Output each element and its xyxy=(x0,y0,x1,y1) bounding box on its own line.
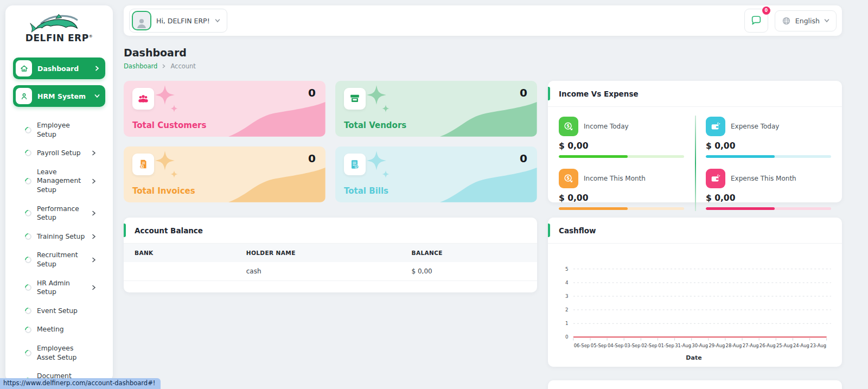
svg-text:$: $ xyxy=(566,123,570,129)
total-invoices-card: $ 0 Total Invoices xyxy=(124,146,326,202)
cashflow-panel: Cashflow 01234506-Sep05-Sep04-Sep03-Sep0… xyxy=(548,218,842,367)
bullet-icon xyxy=(24,209,33,218)
sidebar-item-dashboard[interactable]: Dashboard xyxy=(13,58,105,79)
sidebar-subnav: Employee Setup Payroll Setup Leave Manag… xyxy=(13,113,105,382)
cashflow-chart: 01234506-Sep05-Sep04-Sep03-Sep02-Sep01-S… xyxy=(553,249,834,353)
sparkle-icon xyxy=(382,170,390,178)
chevron-right-icon xyxy=(91,150,97,156)
sidebar-item-employee-setup[interactable]: Employee Setup xyxy=(13,116,105,144)
vendors-icon xyxy=(344,88,366,110)
progress-bar xyxy=(706,155,831,158)
chart-x-axis-label: Date xyxy=(553,354,834,361)
metric-amount: $ 0,00 xyxy=(706,193,831,203)
expense-wallet-icon xyxy=(706,169,725,188)
dashboard-content: 0 Total Customers 0 Total Vendors xyxy=(124,81,842,389)
metric-label: Income This Month xyxy=(584,175,646,182)
svg-text:27-Aug: 27-Aug xyxy=(743,343,759,348)
column-header-balance: BALANCE xyxy=(401,244,537,262)
expense-wallet-icon xyxy=(706,117,725,136)
language-select[interactable]: English xyxy=(775,10,837,31)
topbar-actions: 0 English xyxy=(744,9,837,33)
dolphin-logo-icon xyxy=(29,13,89,35)
stat-label: Total Invoices xyxy=(132,186,195,196)
trademark-mark: ® xyxy=(89,34,93,39)
sidebar-item-performance-setup[interactable]: Performance Setup xyxy=(13,200,105,227)
chevron-right-icon xyxy=(91,211,97,216)
sidebar-item-hrm-system[interactable]: HRM System xyxy=(13,85,105,107)
sidebar-item-recruitment-setup[interactable]: Recruitment Setup xyxy=(13,246,105,273)
bullet-icon xyxy=(24,283,33,292)
language-label: English xyxy=(795,17,820,25)
panel-title: Account Balance xyxy=(135,226,203,235)
panel-header: Income Vs Expense xyxy=(548,81,842,107)
sidebar-item-leave-management-setup[interactable]: Leave Management Setup xyxy=(13,163,105,200)
income-expense-metrics: $ Income Today $ 0,00 Expense Today $ 0,… xyxy=(548,107,842,220)
bullet-icon xyxy=(24,325,33,334)
metric-label: Expense Today xyxy=(731,123,779,130)
stat-value: 0 xyxy=(308,86,316,99)
chat-icon xyxy=(750,15,762,27)
app-root: DELFIN ERP® Dashboard HRM System Employe… xyxy=(0,0,868,389)
chevron-right-icon xyxy=(91,257,97,263)
column-header-bank: BANK xyxy=(124,244,235,262)
metric-amount: $ 0,00 xyxy=(559,193,684,203)
svg-text:$: $ xyxy=(141,164,143,168)
chevron-down-icon xyxy=(215,18,220,23)
sparkle-icon xyxy=(170,105,178,112)
green-accent-bar xyxy=(548,87,550,100)
wave-decoration xyxy=(440,168,537,202)
page-title: Dashboard xyxy=(124,47,842,59)
svg-text:24-Aug: 24-Aug xyxy=(793,343,809,348)
sidebar-item-employees-asset-setup[interactable]: Employees Asset Setup xyxy=(13,339,105,367)
brand-logo: DELFIN ERP® xyxy=(5,5,113,50)
bills-icon xyxy=(344,154,366,175)
total-bills-card: 0 Total Bills xyxy=(335,146,537,202)
metric-amount: $ 0,00 xyxy=(559,141,684,151)
income-coin-icon: $ xyxy=(559,117,578,136)
customers-icon xyxy=(132,88,154,110)
svg-text:3: 3 xyxy=(565,294,569,299)
progress-bar xyxy=(706,207,831,210)
metric-amount: $ 0,00 xyxy=(706,141,831,151)
sidebar-item-event-setup[interactable]: Event Setup xyxy=(13,302,105,321)
expense-today-metric: Expense Today $ 0,00 xyxy=(706,117,831,158)
messages-button[interactable]: 0 xyxy=(744,9,768,33)
bullet-icon xyxy=(24,125,33,135)
metric-label: Expense This Month xyxy=(731,175,796,182)
svg-text:02-Sep: 02-Sep xyxy=(641,343,657,348)
income-coin-icon: $ xyxy=(559,169,578,188)
bullet-icon xyxy=(24,149,33,158)
sidebar-item-payroll-setup[interactable]: Payroll Setup xyxy=(13,144,105,163)
stat-label: Total Vendors xyxy=(344,120,406,130)
svg-text:25-Aug: 25-Aug xyxy=(776,343,793,348)
expense-this-month-metric: Expense This Month $ 0,00 xyxy=(706,169,831,210)
breadcrumb: Dashboard Account xyxy=(124,62,842,70)
chevron-right-icon xyxy=(162,64,166,68)
bullet-icon xyxy=(24,307,33,316)
stat-label: Total Customers xyxy=(132,120,206,130)
green-accent-bar xyxy=(548,224,550,237)
stat-value: 0 xyxy=(520,86,527,99)
svg-text:0: 0 xyxy=(565,334,569,340)
home-icon xyxy=(16,60,32,76)
svg-text:1: 1 xyxy=(565,321,569,326)
svg-text:5: 5 xyxy=(565,266,569,272)
svg-text:31-Aug: 31-Aug xyxy=(675,343,691,348)
status-bar-url: https://www.delfinerp.com/account-dashbo… xyxy=(0,378,161,389)
total-customers-card: 0 Total Customers xyxy=(124,81,326,137)
svg-text:03-Sep: 03-Sep xyxy=(624,343,640,348)
bullet-icon xyxy=(24,348,33,358)
sidebar: DELFIN ERP® Dashboard HRM System Employe… xyxy=(5,5,113,382)
stat-label: Total Bills xyxy=(344,186,388,196)
sidebar-item-meeting[interactable]: Meeting xyxy=(13,320,105,339)
breadcrumb-dashboard-link[interactable]: Dashboard xyxy=(124,62,157,70)
cell-bank xyxy=(124,262,235,281)
stat-cards: 0 Total Customers 0 Total Vendors xyxy=(124,81,537,202)
sidebar-item-training-setup[interactable]: Training Setup xyxy=(13,227,105,246)
sidebar-item-hr-admin-setup[interactable]: HR Admin Setup xyxy=(13,274,105,302)
wave-decoration xyxy=(440,102,537,137)
breadcrumb-current: Account xyxy=(170,62,195,70)
svg-text:$: $ xyxy=(566,175,570,181)
employee-icon xyxy=(16,88,32,104)
user-menu-button[interactable]: Hi, DELFIN ERP! xyxy=(129,9,227,33)
